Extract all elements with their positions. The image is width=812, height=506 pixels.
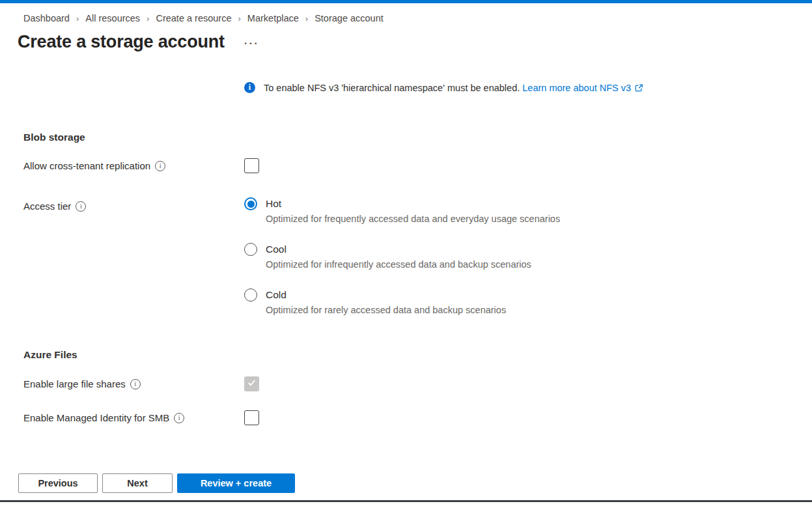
- access-tier-hot-label: Hot: [266, 197, 560, 211]
- breadcrumb-separator: ›: [147, 14, 149, 23]
- large-file-shares-info-icon[interactable]: i: [130, 379, 141, 389]
- managed-identity-info-icon[interactable]: i: [174, 413, 184, 423]
- breadcrumb-marketplace[interactable]: Marketplace: [247, 13, 299, 23]
- large-file-shares-row: Enable large file shares i: [23, 376, 812, 391]
- access-tier-label: Access tier: [23, 201, 71, 212]
- breadcrumb-all-resources[interactable]: All resources: [85, 13, 140, 23]
- access-tier-radio-cold[interactable]: Cold Optimized for rarely accessed data …: [244, 288, 560, 317]
- previous-button[interactable]: Previous: [18, 473, 98, 493]
- radio-unselected-icon: [244, 243, 257, 256]
- breadcrumb-separator: ›: [238, 14, 241, 23]
- cross-tenant-replication-checkbox[interactable]: [244, 158, 259, 173]
- breadcrumb-separator: ›: [305, 14, 308, 23]
- radio-selected-icon: [244, 197, 257, 210]
- cross-tenant-info-icon[interactable]: i: [155, 161, 165, 171]
- access-tier-row: Access tier i Hot Optimized for frequent…: [23, 197, 812, 333]
- breadcrumb-separator: ›: [76, 14, 79, 23]
- external-link-icon: [634, 82, 643, 97]
- more-options-icon[interactable]: ···: [244, 38, 259, 49]
- cross-tenant-replication-label: Allow cross-tenant replication: [23, 160, 150, 171]
- access-tier-cool-description: Optimized for infrequently accessed data…: [266, 257, 531, 272]
- access-tier-info-icon[interactable]: i: [76, 201, 86, 212]
- access-tier-cool-label: Cool: [266, 242, 531, 257]
- breadcrumb-create-a-resource[interactable]: Create a resource: [156, 13, 231, 23]
- access-tier-radio-hot[interactable]: Hot Optimized for frequently accessed da…: [244, 197, 560, 226]
- cross-tenant-replication-row: Allow cross-tenant replication i: [23, 158, 812, 173]
- wizard-footer: Previous Next Review + create: [18, 473, 295, 493]
- breadcrumb-storage-account[interactable]: Storage account: [315, 13, 384, 23]
- managed-identity-smb-row: Enable Managed Identity for SMB i: [23, 410, 812, 425]
- check-icon: [247, 378, 257, 390]
- access-tier-radio-group: Hot Optimized for frequently accessed da…: [244, 197, 560, 333]
- access-tier-cold-label: Cold: [266, 288, 506, 302]
- next-button[interactable]: Next: [102, 473, 173, 493]
- managed-identity-smb-checkbox[interactable]: [244, 410, 259, 425]
- nfs-info-banner: i To enable NFS v3 'hierarchical namespa…: [244, 81, 666, 97]
- access-tier-radio-cool[interactable]: Cool Optimized for infrequently accessed…: [244, 242, 560, 272]
- azure-files-heading: Azure Files: [23, 349, 812, 361]
- managed-identity-smb-label: Enable Managed Identity for SMB: [23, 412, 169, 423]
- page-title: Create a storage account: [18, 32, 225, 52]
- learn-more-nfs-link[interactable]: Learn more about NFS v3: [522, 83, 631, 93]
- access-tier-hot-description: Optimized for frequently accessed data a…: [266, 212, 560, 226]
- blob-storage-heading: Blob storage: [23, 132, 812, 143]
- breadcrumb: Dashboard › All resources › Create a res…: [23, 13, 812, 23]
- bottom-divider-bar: [0, 500, 812, 502]
- banner-text: To enable NFS v3 'hierarchical namespace…: [264, 83, 520, 93]
- large-file-shares-checkbox: [244, 376, 259, 391]
- review-create-button[interactable]: Review + create: [177, 473, 295, 493]
- info-icon: i: [244, 82, 255, 93]
- top-accent-bar: [0, 0, 812, 3]
- radio-unselected-icon: [244, 288, 257, 302]
- access-tier-cold-description: Optimized for rarely accessed data and b…: [266, 303, 506, 317]
- large-file-shares-label: Enable large file shares: [23, 378, 126, 389]
- breadcrumb-dashboard[interactable]: Dashboard: [23, 13, 70, 23]
